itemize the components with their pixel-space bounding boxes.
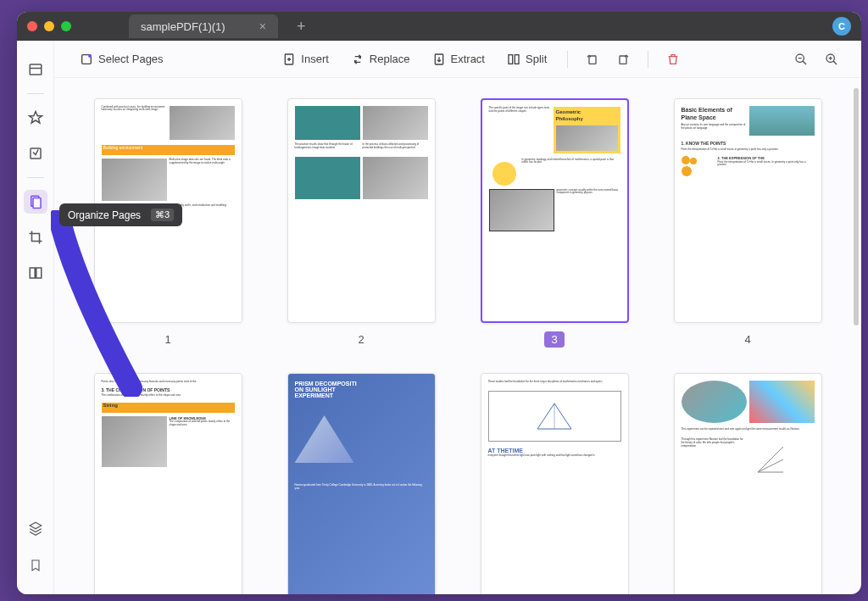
tooltip-label: Organize Pages — [68, 209, 141, 221]
toolbar-separator — [648, 51, 648, 68]
page-number: 1 — [158, 331, 177, 348]
replace-label: Replace — [370, 53, 410, 65]
page-thumbnail-8[interactable]: This experiment can be repeated over and… — [674, 373, 822, 594]
close-tab-icon[interactable]: × — [259, 19, 266, 33]
scrollbar[interactable] — [854, 88, 859, 326]
svg-point-8 — [88, 54, 92, 58]
page-thumbnail-4[interactable]: Basic Elements ofPlane SpaceAny art cont… — [674, 98, 822, 323]
page-number: 4 — [737, 331, 757, 348]
page-item: PRISM DECOMPOSITI ON SUNLIGHT EXPERIMENT… — [281, 373, 441, 594]
page-thumbnail-6[interactable]: PRISM DECOMPOSITI ON SUNLIGHT EXPERIMENT… — [287, 373, 436, 594]
sidebar-crop-icon[interactable] — [24, 225, 47, 249]
split-label: Split — [526, 53, 547, 65]
insert-button[interactable]: Insert — [274, 47, 337, 71]
sidebar — [17, 41, 54, 594]
svg-rect-13 — [509, 54, 513, 64]
close-window-button[interactable] — [27, 21, 37, 31]
document-tab[interactable]: samplePDF(1)(1) × — [129, 14, 278, 38]
page-item: These studies laid the foundation for th… — [475, 373, 634, 594]
rotate-right-button[interactable] — [610, 47, 636, 72]
tab-title: samplePDF(1)(1) — [141, 20, 225, 33]
delete-button[interactable] — [660, 47, 686, 72]
pages-grid: Combined with practical cases, the build… — [54, 78, 861, 594]
page-item: The practice results show that through t… — [281, 98, 441, 348]
thumb-heading: Basic Elements of — [682, 106, 747, 114]
new-tab-button[interactable]: + — [297, 18, 306, 36]
page-item: The specific point of the image can incl… — [475, 98, 634, 348]
insert-label: Insert — [301, 53, 329, 65]
page-thumbnail-3[interactable]: The specific point of the image can incl… — [481, 98, 629, 323]
zoom-out-button[interactable] — [788, 47, 814, 72]
titlebar: samplePDF(1)(1) × + C — [17, 12, 861, 41]
thumb-heading: 1. KNOW THE POINTS — [682, 141, 815, 147]
toolbar: Select Pages Insert Replace Extract — [54, 41, 861, 78]
svg-rect-14 — [515, 54, 519, 64]
user-avatar[interactable]: C — [832, 17, 851, 36]
page-number: 2 — [351, 331, 370, 348]
select-pages-label: Select Pages — [98, 53, 164, 65]
zoom-in-button[interactable] — [819, 47, 844, 72]
thumb-heading: Building environment — [102, 143, 145, 152]
page-number: 3 — [544, 331, 564, 348]
svg-line-21 — [833, 61, 837, 64]
sidebar-bookmark-icon[interactable] — [24, 554, 47, 577]
main-area: Select Pages Insert Replace Extract — [17, 41, 861, 594]
replace-button[interactable]: Replace — [342, 47, 419, 71]
extract-label: Extract — [451, 53, 485, 65]
page-item: Points also have important and necessary… — [88, 373, 248, 594]
sidebar-viewer-icon[interactable] — [24, 58, 47, 81]
minimize-window-button[interactable] — [44, 21, 54, 31]
thumb-heading: PRISM DECOMPOSITI — [295, 381, 428, 387]
page-item: Basic Elements ofPlane SpaceAny art cont… — [668, 98, 827, 348]
avatar-letter: C — [838, 21, 845, 31]
thumb-heading: Philosophy — [556, 116, 618, 123]
page-thumbnail-7[interactable]: These studies laid the foundation for th… — [481, 373, 629, 594]
thumb-heading: String — [102, 401, 120, 409]
sidebar-divider — [27, 177, 44, 178]
rotate-left-button[interactable] — [580, 47, 605, 72]
organize-pages-tooltip: Organize Pages ⌘3 — [59, 203, 182, 226]
extract-button[interactable]: Extract — [424, 47, 493, 71]
svg-rect-4 — [33, 198, 41, 209]
tooltip-shortcut: ⌘3 — [151, 209, 174, 221]
sidebar-compare-icon[interactable] — [24, 261, 47, 285]
sidebar-edit-icon[interactable] — [24, 142, 47, 165]
page-thumbnail-5[interactable]: Points also have important and necessary… — [94, 373, 242, 594]
page-item: This experiment can be repeated over and… — [668, 373, 827, 594]
sidebar-divider — [27, 93, 44, 94]
select-pages-button[interactable]: Select Pages — [71, 47, 172, 71]
app-window: samplePDF(1)(1) × + C — [17, 12, 861, 594]
content-area: Select Pages Insert Replace Extract — [54, 41, 861, 594]
svg-rect-6 — [36, 268, 41, 278]
traffic-lights — [27, 21, 71, 31]
thumb-heading: EXPERIMENT — [295, 392, 428, 398]
thumb-heading: ON SUNLIGHT — [295, 387, 428, 392]
svg-rect-5 — [30, 268, 35, 278]
svg-rect-0 — [30, 64, 42, 75]
svg-line-18 — [803, 61, 806, 64]
split-button[interactable]: Split — [498, 47, 555, 71]
thumb-heading: 3. THE COMPOSITION OF POINTS — [102, 387, 235, 393]
page-thumbnail-2[interactable]: The practice results show that through t… — [287, 98, 436, 323]
toolbar-separator — [567, 51, 568, 68]
maximize-window-button[interactable] — [61, 21, 71, 31]
sidebar-organize-pages-icon[interactable] — [24, 190, 47, 214]
sidebar-highlight-icon[interactable] — [24, 106, 47, 130]
sidebar-layers-icon[interactable] — [24, 516, 47, 540]
thumb-heading: Plane Space — [682, 114, 747, 121]
thumb-heading: Geometric — [556, 109, 618, 116]
